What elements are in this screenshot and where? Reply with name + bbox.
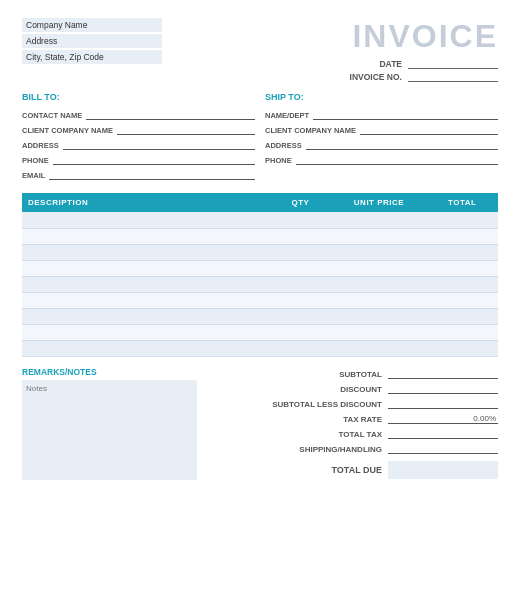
subtotal-less-discount-label: SUBTOTAL LESS DISCOUNT [272,400,382,409]
phone-row: PHONE [22,155,255,165]
table-body [22,212,498,356]
col-header-unit-price: UNIT PRICE [331,193,426,212]
date-line [408,59,498,69]
address-field[interactable] [22,34,162,48]
discount-line [388,382,498,394]
tax-rate-label: TAX RATE [282,415,382,424]
address-underline [63,140,255,150]
total-due-label: TOTAL DUE [331,465,382,475]
subtotal-label: SUBTOTAL [282,370,382,379]
invoice-no-line [408,72,498,82]
subtotal-less-discount-line [388,397,498,409]
phone-label: PHONE [22,156,49,165]
city-state-zip-field[interactable] [22,50,162,64]
subtotal-less-discount-row: SUBTOTAL LESS DISCOUNT [207,397,498,409]
client-company-label: CLIENT COMPANY NAME [22,126,113,135]
subtotal-line [388,367,498,379]
notes-column: REMARKS/NOTES Notes [22,367,197,480]
bill-to-title: BILL TO: [22,92,255,104]
col-header-total: TOTAL [427,193,498,212]
email-label: EMAIL [22,171,45,180]
shipping-row: SHIPPING/HANDLING [207,442,498,454]
invoice-no-label: INVOICE NO. [350,72,402,82]
ship-client-company-row: CLIENT COMPANY NAME [265,125,498,135]
shipping-line [388,442,498,454]
ship-phone-row: PHONE [265,155,498,165]
remarks-label: REMARKS/NOTES [22,367,197,377]
bill-ship-section: BILL TO: CONTACT NAME CLIENT COMPANY NAM… [22,92,498,185]
invoice-table: DESCRIPTION QTY UNIT PRICE TOTAL [22,193,498,357]
total-due-row: TOTAL DUE [207,461,498,479]
date-label: DATE [379,59,402,69]
col-header-qty: QTY [270,193,332,212]
client-company-row: CLIENT COMPANY NAME [22,125,255,135]
table-row [22,292,498,308]
address-label: ADDRESS [22,141,59,150]
ship-address-row: ADDRESS [265,140,498,150]
table-row [22,228,498,244]
ship-name-dept-label: NAME/DEPT [265,111,309,120]
ship-phone-underline [296,155,498,165]
table-row [22,212,498,228]
client-company-underline [117,125,255,135]
table-row [22,308,498,324]
col-header-description: DESCRIPTION [22,193,270,212]
table-header: DESCRIPTION QTY UNIT PRICE TOTAL [22,193,498,212]
total-due-box[interactable] [388,461,498,479]
invoice-no-row: INVOICE NO. [350,72,498,82]
shipping-label: SHIPPING/HANDLING [282,445,382,454]
date-block: DATE INVOICE NO. [350,59,498,82]
table-row [22,244,498,260]
discount-label: DISCOUNT [282,385,382,394]
contact-name-underline [86,110,255,120]
company-block [22,18,162,64]
totals-column: SUBTOTAL DISCOUNT SUBTOTAL LESS DISCOUNT… [207,367,498,480]
ship-name-dept-underline [313,110,498,120]
bill-to-column: BILL TO: CONTACT NAME CLIENT COMPANY NAM… [22,92,255,185]
notes-box[interactable]: Notes [22,380,197,480]
email-underline [49,170,255,180]
tax-rate-value[interactable]: 0.00% [388,412,498,424]
bottom-section: REMARKS/NOTES Notes SUBTOTAL DISCOUNT SU… [22,367,498,480]
address-row: ADDRESS [22,140,255,150]
date-row: DATE [379,59,498,69]
ship-phone-label: PHONE [265,156,292,165]
ship-to-title: SHIP TO: [265,92,498,104]
phone-underline [53,155,255,165]
subtotal-row: SUBTOTAL [207,367,498,379]
table-row [22,324,498,340]
email-row: EMAIL [22,170,255,180]
total-tax-line [388,427,498,439]
table-row [22,340,498,356]
total-tax-label: TOTAL TAX [282,430,382,439]
discount-row: DISCOUNT [207,382,498,394]
header: INVOICE DATE INVOICE NO. [22,18,498,82]
ship-address-label: ADDRESS [265,141,302,150]
company-name-field[interactable] [22,18,162,32]
ship-address-underline [306,140,498,150]
ship-to-column: SHIP TO: NAME/DEPT CLIENT COMPANY NAME A… [265,92,498,185]
invoice-title: INVOICE [352,18,498,55]
ship-client-company-underline [360,125,498,135]
table-row [22,260,498,276]
tax-rate-row: TAX RATE 0.00% [207,412,498,424]
contact-name-row: CONTACT NAME [22,110,255,120]
ship-client-company-label: CLIENT COMPANY NAME [265,126,356,135]
total-tax-row: TOTAL TAX [207,427,498,439]
ship-name-dept-row: NAME/DEPT [265,110,498,120]
table-row [22,276,498,292]
contact-name-label: CONTACT NAME [22,111,82,120]
